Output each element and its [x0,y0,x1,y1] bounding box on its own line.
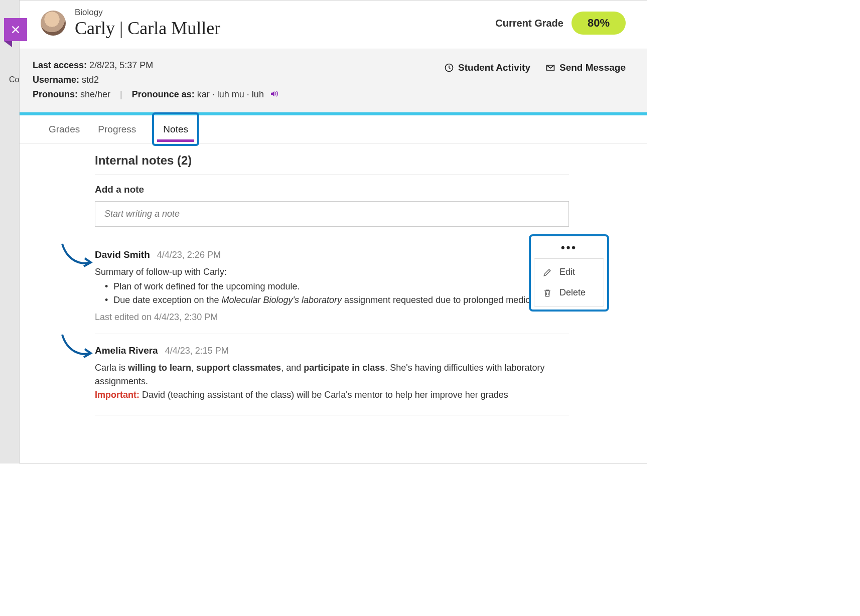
current-grade-label: Current Grade [495,18,563,29]
note-item: ••• Edit Delete David Smith 4/ [95,238,569,323]
note-bullets: Plan of work defined for the upcoming mo… [95,280,569,307]
close-icon [10,24,21,35]
last-access-value: 2/8/23, 5:37 PM [89,60,153,70]
note-bold: support classmates [196,363,281,373]
student-activity-button[interactable]: Student Activity [444,62,530,73]
note-bold: participate in class [304,363,385,373]
pronounce-label: Pronounce as: [132,89,195,99]
trash-icon [542,288,552,298]
callout-arrow-icon [60,241,95,271]
student-panel: Biology Carly | Carla Muller Current Gra… [19,0,647,464]
username-row: Username: std2 [33,75,278,85]
note-bullet: Due date exception on the Molecular Biol… [114,293,569,307]
last-access-label: Last access: [33,60,87,70]
name-separator: | [115,18,127,38]
student-activity-label: Student Activity [458,62,530,73]
note-text: David (teaching assistant of the class) … [139,390,508,400]
note-menu-card: Edit Delete [534,258,604,306]
notes-content: Internal notes (2) Add a note ••• Edit [20,143,647,463]
send-message-button[interactable]: Send Message [545,62,626,73]
info-strip: Last access: 2/8/23, 5:37 PM Username: s… [20,49,647,112]
tab-progress[interactable]: Progress [96,115,138,143]
note-text: , and [281,363,304,373]
note-more-menu: ••• Edit Delete [529,234,609,312]
grade-area: Current Grade 80% [495,12,626,35]
pronouns-value: she/her [80,89,110,99]
student-fullname: Carla Muller [127,18,220,38]
last-access-row: Last access: 2/8/23, 5:37 PM [33,60,278,71]
note-important-label: Important: [95,390,139,400]
backdrop-text: Co [9,75,19,84]
close-panel-button[interactable] [4,18,27,41]
pronouns-row: Pronouns: she/her | Pronounce as: kar · … [33,89,278,101]
note-text: , [191,363,196,373]
note-bullet: Plan of work defined for the upcoming mo… [114,280,569,293]
note-intro: Summary of follow-up with Carly: [95,265,569,279]
notes-title: Internal notes (2) [95,153,569,168]
note-head: Amelia Rivera 4/4/23, 2:15 PM [95,345,569,356]
note-bold: willing to learn [128,363,191,373]
add-note-label: Add a note [95,184,569,195]
note-text: Carla is [95,363,128,373]
note-body: Carla is willing to learn, support class… [95,361,569,402]
info-divider: | [120,89,122,99]
panel-header: Biology Carly | Carla Muller Current Gra… [20,1,647,49]
grade-pill: 80% [571,12,626,35]
note-edited: Last edited on 4/4/23, 2:30 PM [95,312,569,323]
note-paragraph: Important: David (teaching assistant of … [95,388,569,402]
note-more-button[interactable]: ••• [534,239,604,258]
note-edit-label: Edit [559,267,575,277]
title-block: Biology Carly | Carla Muller [75,8,220,39]
student-name: Carly | Carla Muller [75,18,220,39]
envelope-icon [545,63,555,73]
note-author: David Smith [95,249,150,260]
clock-icon [444,63,454,73]
notes-wrap: Internal notes (2) Add a note ••• Edit [95,153,569,415]
pronounce-audio-button[interactable] [269,90,278,100]
panel-backdrop: Co [0,0,19,464]
tab-bar: Grades Progress Notes [20,115,647,143]
note-delete-label: Delete [559,287,586,298]
divider [95,415,569,415]
note-paragraph: Carla is willing to learn, support class… [95,361,569,388]
info-left: Last access: 2/8/23, 5:37 PM Username: s… [33,60,278,101]
send-message-label: Send Message [559,62,626,73]
callout-arrow-icon [60,332,95,362]
note-timestamp: 4/4/23, 2:15 PM [165,346,229,356]
pencil-icon [542,267,552,277]
username-label: Username: [33,75,79,85]
pronouns-label: Pronouns: [33,89,78,99]
student-nickname: Carly [75,18,115,38]
note-edit-button[interactable]: Edit [534,262,604,282]
add-note-input[interactable] [95,201,569,227]
note-author: Amelia Rivera [95,345,158,356]
note-head: David Smith 4/4/23, 2:26 PM [95,249,569,260]
username-value: std2 [82,75,99,85]
note-text: Due date exception on the [113,295,221,305]
divider [95,175,569,175]
pronounce-value: kar · luh mu · luh [197,89,264,99]
note-timestamp: 4/4/23, 2:26 PM [157,250,221,260]
avatar [41,11,66,36]
info-actions: Student Activity Send Message [444,62,626,73]
note-emphasis: Molecular Biology's laboratory [221,295,342,305]
tab-notes[interactable]: Notes [152,112,199,146]
note-item: Amelia Rivera 4/4/23, 2:15 PM Carla is w… [95,334,569,402]
note-delete-button[interactable]: Delete [534,282,604,303]
note-body: Summary of follow-up with Carly: Plan of… [95,265,569,307]
course-name: Biology [75,8,220,18]
tab-grades[interactable]: Grades [47,115,82,143]
